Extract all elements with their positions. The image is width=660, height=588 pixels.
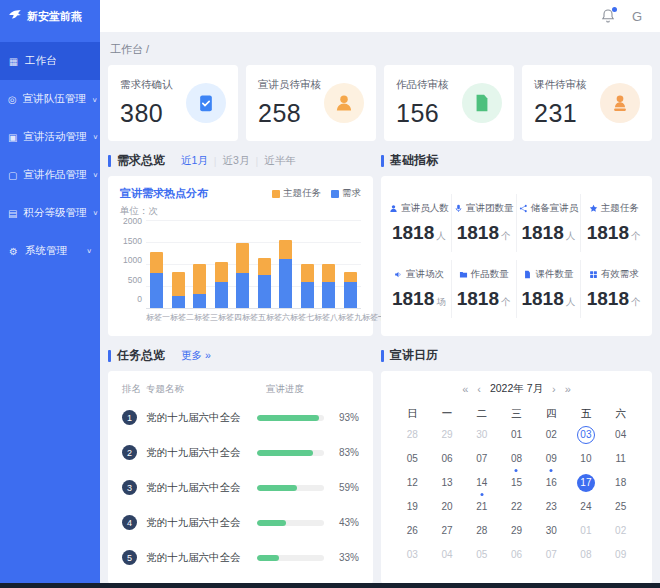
stat-card-4[interactable]: 课件待审核231 <box>522 65 652 141</box>
stacked-bar-标签十[interactable] <box>344 272 357 308</box>
stacked-bar-标签一[interactable] <box>150 252 163 308</box>
calendar-day-06[interactable]: 06 <box>499 544 534 568</box>
calendar-day-05[interactable]: 05 <box>395 448 430 472</box>
calendar-day-30[interactable]: 30 <box>464 424 499 448</box>
sidebar-item-1[interactable]: ▦工作台 <box>0 42 100 80</box>
calendar-day-02[interactable]: 02 <box>603 520 638 544</box>
calendar-day-12[interactable]: 12 <box>395 472 430 496</box>
stacked-bar-标签二[interactable] <box>172 272 185 309</box>
calendar-day-01[interactable]: 01 <box>499 424 534 448</box>
stacked-bar-标签五[interactable] <box>236 243 249 308</box>
metric-label: 宣讲员人数 <box>387 202 451 215</box>
calendar-day-18[interactable]: 18 <box>603 472 638 496</box>
app-window: 新安堂前燕 G ▦工作台◎宣讲队伍管理∨▣宣讲活动管理∨▢宣讲作品管理∨▤积分等… <box>0 0 660 583</box>
calendar-day-27[interactable]: 27 <box>430 520 465 544</box>
tab-近3月[interactable]: 近3月 <box>223 154 250 168</box>
sidebar-item-4[interactable]: ▢宣讲作品管理∨ <box>0 156 100 194</box>
calendar-day-08[interactable]: 08 <box>569 544 604 568</box>
stacked-bar-标签九[interactable] <box>322 264 335 308</box>
metric-课件数量: 课件数量1818人 <box>517 260 582 318</box>
prev-year-button[interactable]: « <box>462 383 468 395</box>
calendar-day-14[interactable]: 14 <box>464 472 499 496</box>
day-number: 28 <box>403 426 421 444</box>
calendar-day-05[interactable]: 05 <box>464 544 499 568</box>
sidebar-item-2[interactable]: ◎宣讲队伍管理∨ <box>0 80 100 118</box>
bar-segment-demand <box>322 282 335 308</box>
calendar-day-02[interactable]: 02 <box>534 424 569 448</box>
calendar-day-01[interactable]: 01 <box>569 520 604 544</box>
calendar-day-07[interactable]: 07 <box>534 544 569 568</box>
prev-month-button[interactable]: ‹ <box>477 383 481 395</box>
calendar-day-26[interactable]: 26 <box>395 520 430 544</box>
task-row: 1党的十九届六中全会93% <box>122 400 359 435</box>
next-year-button[interactable]: » <box>565 383 571 395</box>
bar-slot <box>168 220 190 308</box>
task-name: 党的十九届六中全会 <box>146 411 255 425</box>
bar-slot <box>232 220 254 308</box>
day-number: 14 <box>473 474 491 492</box>
sidebar-item-label: 宣讲活动管理 <box>23 130 86 144</box>
calendar-day-03[interactable]: 03 <box>569 424 604 448</box>
day-number: 17 <box>577 474 595 492</box>
sidebar-item-6[interactable]: ⚙系统管理∨ <box>0 232 100 270</box>
calendar-day-15[interactable]: 15 <box>499 472 534 496</box>
calendar-day-19[interactable]: 19 <box>395 496 430 520</box>
stacked-bar-标签四[interactable] <box>215 262 228 308</box>
calendar-day-09[interactable]: 09 <box>534 448 569 472</box>
avatar[interactable]: G <box>632 9 642 24</box>
calendar-nav: « ‹ 2022年 7月 › » <box>395 379 638 402</box>
calendar-day-08[interactable]: 08 <box>499 448 534 472</box>
tab-近1月[interactable]: 近1月 <box>181 154 208 168</box>
stat-card-value: 231 <box>534 99 587 128</box>
calendar-day-17[interactable]: 17 <box>569 472 604 496</box>
calendar-day-24[interactable]: 24 <box>569 496 604 520</box>
column-header-name: 专题名称 <box>146 383 264 396</box>
calendar-day-28[interactable]: 28 <box>464 520 499 544</box>
stat-card-1[interactable]: 需求待确认380 <box>108 65 238 141</box>
calendar-day-13[interactable]: 13 <box>430 472 465 496</box>
tasks-more-link[interactable]: 更多 » <box>181 349 211 363</box>
sidebar-item-3[interactable]: ▣宣讲活动管理∨ <box>0 118 100 156</box>
team-icon: ◎ <box>8 94 17 105</box>
day-number: 01 <box>577 522 595 540</box>
calendar-day-29[interactable]: 29 <box>499 520 534 544</box>
stat-card-3[interactable]: 作品待审核156 <box>384 65 514 141</box>
stacked-bar-标签七[interactable] <box>279 240 292 308</box>
day-of-week-label: 二 <box>464 402 499 424</box>
calendar-day-07[interactable]: 07 <box>464 448 499 472</box>
calendar-day-21[interactable]: 21 <box>464 496 499 520</box>
chart-title[interactable]: 宣讲需求热点分布 <box>120 186 208 201</box>
calendar-day-22[interactable]: 22 <box>499 496 534 520</box>
day-number: 05 <box>473 546 491 564</box>
column-header-rank: 排名 <box>122 383 146 396</box>
calendar-day-23[interactable]: 23 <box>534 496 569 520</box>
next-month-button[interactable]: › <box>552 383 556 395</box>
calendar-day-29[interactable]: 29 <box>430 424 465 448</box>
sidebar-item-5[interactable]: ▤积分等级管理∨ <box>0 194 100 232</box>
calendar-day-16[interactable]: 16 <box>534 472 569 496</box>
day-number: 27 <box>438 522 456 540</box>
calendar-day-09[interactable]: 09 <box>603 544 638 568</box>
stacked-bar-标签六[interactable] <box>258 258 271 308</box>
calendar-day-03[interactable]: 03 <box>395 544 430 568</box>
calendar-day-20[interactable]: 20 <box>430 496 465 520</box>
calendar-day-25[interactable]: 25 <box>603 496 638 520</box>
stat-card-2[interactable]: 宣讲员待审核258 <box>246 65 376 141</box>
calendar-day-28[interactable]: 28 <box>395 424 430 448</box>
section-marker <box>381 350 384 362</box>
calendar-day-04[interactable]: 04 <box>603 424 638 448</box>
tab-近半年[interactable]: 近半年 <box>264 154 296 168</box>
calendar-day-04[interactable]: 04 <box>430 544 465 568</box>
stat-card-value: 258 <box>258 99 321 128</box>
stacked-bar-标签三[interactable] <box>193 264 206 308</box>
stacked-bar-标签八[interactable] <box>301 264 314 308</box>
stat-card-label: 作品待审核 <box>396 78 449 92</box>
legend-label: 需求 <box>342 187 361 200</box>
calendar-day-06[interactable]: 06 <box>430 448 465 472</box>
bell-icon[interactable] <box>600 8 616 24</box>
calendar-day-10[interactable]: 10 <box>569 448 604 472</box>
calendar-day-11[interactable]: 11 <box>603 448 638 472</box>
metric-label-text: 宣讲场次 <box>406 268 444 281</box>
calendar-day-30[interactable]: 30 <box>534 520 569 544</box>
calendar-panel: « ‹ 2022年 7月 › » 日一二三四五六2829300102030405… <box>381 371 652 583</box>
